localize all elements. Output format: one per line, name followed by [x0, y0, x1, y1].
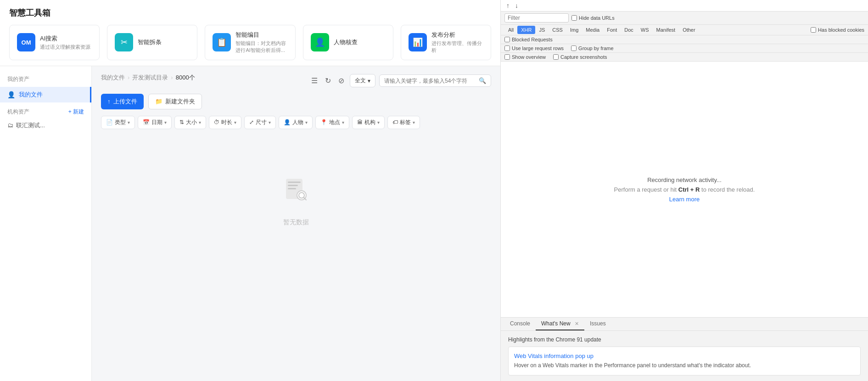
new-folder-button[interactable]: 📁 新建文件夹: [148, 94, 202, 109]
org-new-button[interactable]: + 新建: [68, 108, 84, 116]
tool-desc-publish: 进行发布管理、传播分析: [431, 40, 483, 54]
filter-type[interactable]: 📄 类型 ▾: [101, 116, 135, 129]
highlights-title: Highlights from the Chrome 91 update: [508, 336, 861, 343]
type-tab-xhr[interactable]: XHR: [517, 26, 535, 34]
full-text-chevron-icon: ▾: [368, 78, 370, 84]
type-tab-css[interactable]: CSS: [549, 26, 566, 34]
bottom-content: Highlights from the Chrome 91 update Web…: [501, 331, 868, 381]
whats-new-close-icon[interactable]: ✕: [575, 321, 579, 326]
type-tab-ws[interactable]: WS: [637, 26, 653, 34]
perform-request-text: Perform a request or hit Ctrl + R to rec…: [614, 186, 755, 193]
tool-card-person[interactable]: 👤 人物核查: [303, 25, 393, 60]
whats-new-link[interactable]: Web Vitals information pop up: [514, 353, 855, 359]
filter-date[interactable]: 📅 日期 ▾: [138, 116, 172, 129]
type-tab-all[interactable]: All: [504, 26, 517, 34]
upload-button[interactable]: ↑ 上传文件: [101, 94, 144, 109]
filter-button[interactable]: ⊘: [336, 74, 346, 87]
issues-tab[interactable]: Issues: [584, 318, 611, 330]
refresh-button[interactable]: ↻: [323, 74, 333, 87]
left-panel: 智慧工具箱 OM AI搜索 通过语义理解搜索资源 ✂ 智能拆条 📋 智能编目: [0, 0, 500, 381]
type-tab-manifest[interactable]: Manifest: [653, 26, 679, 34]
tool-icon-ai-search: OM: [17, 33, 35, 51]
hide-data-urls-label[interactable]: Hide data URLs: [571, 15, 615, 21]
whats-new-tab[interactable]: What's New ✕: [536, 318, 584, 330]
filter-location[interactable]: 📍 地点 ▾: [315, 116, 349, 129]
tool-name-catalog: 智能编目: [235, 31, 287, 39]
filter-tag[interactable]: 🏷 标签 ▾: [387, 116, 420, 129]
capture-screenshots-checkbox[interactable]: [553, 54, 559, 60]
size-chevron-icon: ▾: [199, 120, 201, 125]
tool-card-split[interactable]: ✂ 智能拆条: [107, 25, 197, 60]
svg-rect-1: [288, 182, 301, 183]
breadcrumb-folder[interactable]: 开发测试目录: [132, 74, 168, 82]
search-input[interactable]: [384, 78, 476, 84]
filter-dimension-label: 尺寸: [256, 119, 267, 126]
devtools-prev-button[interactable]: ↑: [504, 1, 511, 10]
type-tab-media[interactable]: Media: [582, 26, 603, 34]
filter-person[interactable]: 👤 人物 ▾: [279, 116, 313, 129]
group-by-frame-checkbox[interactable]: [571, 45, 577, 51]
has-blocked-cookies-label[interactable]: Has blocked cookies: [811, 27, 864, 33]
type-chevron-icon: ▾: [128, 120, 130, 125]
breadcrumb-sep1: ›: [128, 74, 129, 81]
use-large-rows-checkbox[interactable]: [504, 45, 510, 51]
list-view-button[interactable]: ☰: [309, 74, 319, 87]
type-filter-bar: All XHR JS CSS Img Media Font Doc WS Man…: [501, 25, 868, 35]
learn-more-link[interactable]: Learn more: [669, 196, 700, 203]
filter-tag-label: 标签: [400, 119, 411, 126]
blocked-requests-option[interactable]: Blocked Requests: [504, 37, 553, 42]
filter-org[interactable]: 🏛 机构 ▾: [352, 116, 385, 129]
console-tab[interactable]: Console: [504, 318, 536, 330]
use-large-rows-option[interactable]: Use large request rows: [504, 45, 564, 51]
org-chevron-icon: ▾: [377, 120, 380, 125]
network-options-row3: Show overview Capture screenshots: [501, 53, 868, 62]
network-options-row1: Blocked Requests: [501, 35, 868, 44]
filter-size-label: 大小: [186, 119, 197, 126]
person-chevron-icon: ▾: [305, 120, 308, 125]
filter-location-label: 地点: [329, 119, 340, 126]
tool-card-catalog[interactable]: 📋 智能编目 智能编目：对文档内容进行AI智能分析后得...: [205, 25, 295, 60]
type-tab-img[interactable]: Img: [566, 26, 582, 34]
app-title: 智慧工具箱: [9, 7, 491, 18]
new-folder-label: 新建文件夹: [165, 97, 195, 106]
show-overview-checkbox[interactable]: [504, 54, 510, 60]
search-icon: 🔍: [479, 77, 486, 84]
capture-screenshots-option[interactable]: Capture screenshots: [553, 54, 607, 60]
my-assets-label: 我的资产: [0, 74, 91, 87]
network-options-row2: Use large request rows Group by frame: [501, 44, 868, 53]
dimension-icon: ⤢: [249, 119, 254, 125]
type-tab-other[interactable]: Other: [679, 26, 699, 34]
filter-duration[interactable]: ⏱ 时长 ▾: [209, 116, 241, 129]
blocked-requests-checkbox[interactable]: [504, 37, 510, 42]
network-recording-body: Recording network activity... Perform a …: [501, 62, 868, 317]
type-tab-font[interactable]: Font: [603, 26, 621, 34]
main-content: 我的文件 › 开发测试目录 › 8000个 ☰ ↻ ⊘ 全文 ▾: [92, 66, 500, 381]
tool-card-ai-search[interactable]: OM AI搜索 通过语义理解搜索资源: [9, 25, 100, 60]
person-filter-icon: 👤: [284, 119, 291, 125]
has-blocked-cookies-checkbox[interactable]: [811, 27, 816, 33]
filter-dimension[interactable]: ⤢ 尺寸 ▾: [244, 116, 276, 129]
tool-desc-catalog: 智能编目：对文档内容进行AI智能分析后得...: [235, 40, 287, 54]
empty-state: 暂无数据: [101, 138, 491, 263]
duration-icon: ⏱: [214, 119, 219, 125]
type-tab-doc[interactable]: Doc: [621, 26, 637, 34]
filter-bar: 📄 类型 ▾ 📅 日期 ▾ ⇅ 大小 ▾ ⏱ 时长 ▾: [101, 116, 491, 129]
show-overview-option[interactable]: Show overview: [504, 54, 546, 60]
network-filter-input[interactable]: [504, 13, 569, 23]
location-icon: 📍: [320, 119, 327, 125]
hide-data-urls-checkbox[interactable]: [571, 15, 577, 21]
filter-org-label: 机构: [364, 119, 375, 126]
whats-new-item: Web Vitals information pop up Hover on a…: [508, 347, 861, 375]
devtools-next-button[interactable]: ↓: [513, 1, 520, 10]
full-text-dropdown[interactable]: 全文 ▾: [350, 74, 375, 87]
group-by-frame-option[interactable]: Group by frame: [571, 45, 613, 51]
breadcrumb-root[interactable]: 我的文件: [101, 74, 125, 82]
type-tab-js[interactable]: JS: [535, 26, 549, 34]
full-text-label: 全文: [355, 77, 366, 85]
sidebar-item-my-files[interactable]: 👤 我的文件: [0, 87, 91, 102]
filter-type-label: 类型: [115, 119, 126, 126]
upload-label: 上传文件: [113, 97, 137, 106]
tool-card-publish[interactable]: 📊 发布分析 进行发布管理、传播分析: [401, 25, 491, 60]
filter-size[interactable]: ⇅ 大小 ▾: [174, 116, 206, 129]
org-item-lianhui[interactable]: 🗂 联汇测试...: [0, 118, 91, 133]
